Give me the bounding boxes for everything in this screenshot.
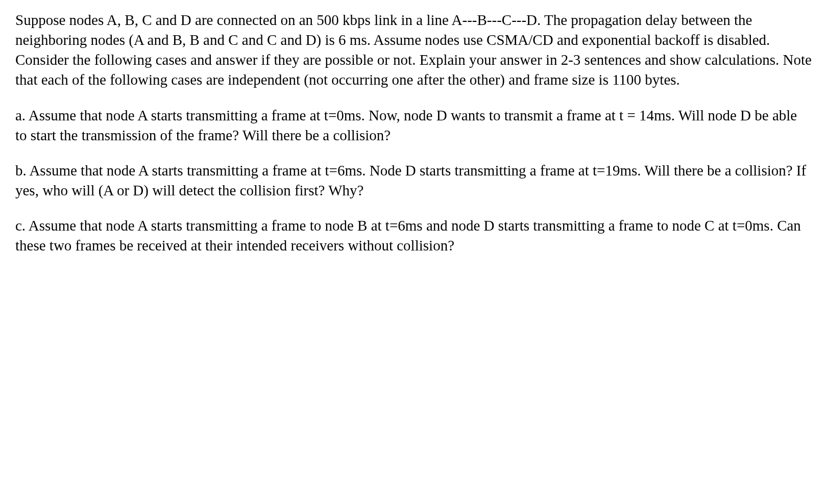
question-c: c. Assume that node A starts transmittin… (15, 216, 812, 256)
question-b: b. Assume that node A starts transmittin… (15, 161, 812, 200)
problem-intro: Suppose nodes A, B, C and D are connecte… (15, 10, 812, 90)
question-a: a. Assume that node A starts transmittin… (15, 106, 812, 145)
